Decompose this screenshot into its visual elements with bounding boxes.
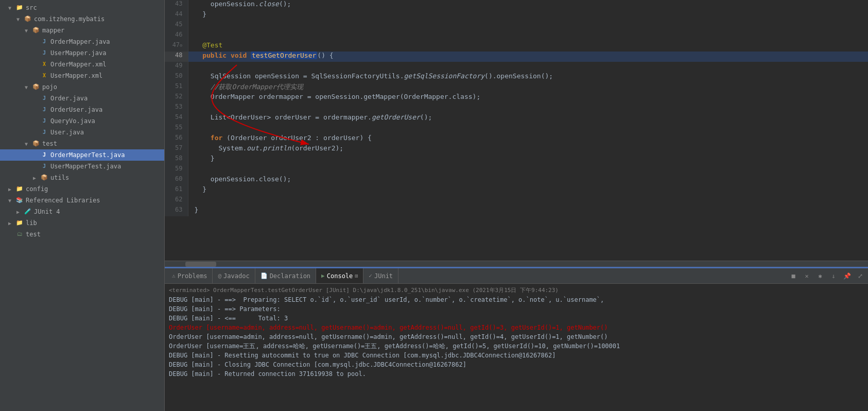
line-num-57: 57	[165, 144, 188, 155]
code-row-57: 57 System.out.println(orderUser2);	[165, 144, 868, 155]
clear-console-button[interactable]: ✱	[814, 270, 826, 282]
scroll-lock-button[interactable]: ⇓	[828, 270, 839, 282]
console-terminated-line: <terminated> OrderMapperTest.testGetOrde…	[169, 286, 864, 295]
code-line-51: //获取OrderMapper代理实现	[188, 82, 868, 93]
code-row-61: 61 }	[165, 185, 868, 196]
tree-item-test-pkg[interactable]: ▼ 📦 test	[0, 138, 164, 149]
java-icon-orderuser: J	[40, 106, 48, 114]
tree-item-user-java[interactable]: J User.java	[0, 127, 164, 138]
console-line-2: DEBUG [main] - ==> Parameters:	[169, 304, 864, 314]
tab-problems[interactable]: ⚠ Problems	[167, 268, 213, 283]
line-num-50: 50	[165, 72, 188, 82]
console-link-icon: ⊠	[355, 273, 358, 279]
tree-label-mapper: mapper	[42, 27, 64, 34]
code-row-52: 52 OrderMapper ordermapper = openSession…	[165, 93, 868, 103]
folder-icon-lib: 📁	[15, 219, 24, 227]
java-icon-usermapper: J	[40, 49, 48, 57]
tree-item-mapper[interactable]: ▼ 📦 mapper	[0, 25, 164, 36]
tree-item-reflibs[interactable]: ▼ 📚 Referenced Libraries	[0, 195, 164, 206]
tree-label-src: src	[26, 4, 37, 11]
tree-item-usermapper-java[interactable]: J UserMapper.java	[0, 47, 164, 59]
scrollbar-thumb[interactable]	[185, 262, 216, 267]
tree-item-usermapper-xml[interactable]: X UserMapper.xml	[0, 70, 164, 81]
tree-item-usermappertest-java[interactable]: J UserMapperTest.java	[0, 161, 164, 172]
tree-label-orderuser-java: OrderUser.java	[50, 106, 102, 113]
tree-item-pojo[interactable]: ▼ 📦 pojo	[0, 81, 164, 93]
code-line-54: List<OrderUser> orderUser = ordermapper.…	[188, 113, 868, 124]
tab-declaration[interactable]: 📄 Declaration	[255, 268, 316, 283]
tree-item-utils[interactable]: ▶ 📦 utils	[0, 172, 164, 183]
tree-label-ordermappertest-java: OrderMapperTest.java	[50, 151, 125, 159]
declaration-icon: 📄	[261, 272, 268, 279]
tab-label-junit: JUnit	[374, 272, 393, 280]
code-line-48: public void testGetOrderUser() {	[188, 52, 868, 62]
tree-item-queryvo-java[interactable]: J QueryVo.java	[0, 115, 164, 127]
code-row-56: 56 for (OrderUser orderUser2 : orderUser…	[165, 134, 868, 144]
code-container[interactable]: 43 openSession.close(); 44 } 45	[165, 0, 868, 261]
java-icon-order: J	[40, 94, 48, 102]
pin-button[interactable]: 📌	[841, 270, 853, 282]
pkg-icon-utils: 📦	[40, 174, 48, 182]
bottom-panel: ⚠ Problems @ Javadoc 📄 Declaration ▶ Con…	[165, 267, 868, 411]
console-output: <terminated> OrderMapperTest.testGetOrde…	[165, 284, 868, 411]
tree-item-test-root[interactable]: 🗂 test	[0, 229, 164, 240]
tree-label-user-java: User.java	[50, 129, 84, 136]
line-num-48: 48	[165, 52, 188, 62]
bottom-tab-bar: ⚠ Problems @ Javadoc 📄 Declaration ▶ Con…	[165, 268, 868, 284]
tree-item-ordermapper-java[interactable]: J OrderMapper.java	[0, 36, 164, 47]
tree-label-ordermapper-xml: OrderMapper.xml	[50, 61, 106, 68]
line-num-59: 59	[165, 165, 188, 175]
line-num-49: 49	[165, 62, 188, 72]
javadoc-icon: @	[218, 272, 221, 279]
tree-item-orderuser-java[interactable]: J OrderUser.java	[0, 104, 164, 115]
tree-label-usermappertest-java: UserMapperTest.java	[50, 163, 121, 170]
tree-item-src[interactable]: ▼ 📁 src	[0, 2, 164, 13]
code-line-53	[188, 103, 868, 113]
code-line-61: }	[188, 185, 868, 196]
line-num-45: 45	[165, 21, 188, 31]
tree-label-utils: utils	[50, 174, 69, 181]
arrow-com: ▼	[16, 16, 24, 22]
code-line-56: for (OrderUser orderUser2 : orderUser) {	[188, 134, 868, 144]
stop-button[interactable]: ■	[788, 270, 799, 282]
java-icon-ordermappertest: J	[40, 151, 48, 159]
tree-item-com[interactable]: ▼ 📦 com.itzheng.mybatis	[0, 13, 164, 25]
line-num-56: 56	[165, 134, 188, 144]
tree-item-order-java[interactable]: J Order.java	[0, 93, 164, 104]
tree-label-test-root: test	[26, 231, 41, 238]
line-num-58: 58	[165, 155, 188, 165]
pkg-icon-test: 📦	[32, 140, 40, 148]
code-line-59	[188, 165, 868, 175]
code-row-47: 47⊙ @Test	[165, 41, 868, 52]
close-console-button[interactable]: ✕	[801, 270, 812, 282]
code-row-63: 63 }	[165, 206, 868, 216]
horizontal-scrollbar[interactable]	[165, 261, 868, 267]
tab-javadoc[interactable]: @ Javadoc	[213, 268, 255, 283]
junit-tab-icon: ✓	[369, 272, 372, 279]
tree-item-ordermapper-xml[interactable]: X OrderMapper.xml	[0, 59, 164, 70]
code-line-63: }	[188, 206, 868, 216]
arrow-junit4: ▶	[16, 209, 24, 215]
maximize-panel-button[interactable]: ⤢	[855, 270, 866, 282]
code-row-43: 43 openSession.close();	[165, 0, 868, 10]
tree-item-config[interactable]: ▶ 📁 config	[0, 183, 164, 195]
code-row-45: 45	[165, 21, 868, 31]
tab-console[interactable]: ▶ Console ⊠	[316, 268, 363, 283]
code-line-55	[188, 124, 868, 134]
tab-junit[interactable]: ✓ JUnit	[363, 268, 398, 283]
tree-label-reflibs: Referenced Libraries	[26, 197, 100, 204]
arrow-pojo: ▼	[25, 84, 32, 90]
tree-item-ordermappertest-java[interactable]: J OrderMapperTest.java	[0, 149, 164, 161]
main-area: 43 openSession.close(); 44 } 45	[165, 0, 868, 411]
console-line-3: DEBUG [main] - <== Total: 3	[169, 314, 864, 323]
xml-icon-ordermapper: X	[40, 60, 48, 68]
tree-label-lib: lib	[26, 219, 37, 227]
tree-item-lib[interactable]: ▶ 📁 lib	[0, 217, 164, 229]
tree-label-pojo: pojo	[42, 83, 57, 91]
test-icon: 🗂	[15, 230, 24, 238]
code-line-50: SqlSession openSession = SqlSessionFacto…	[188, 72, 868, 82]
code-line-49	[188, 62, 868, 72]
tab-label-declaration: Declaration	[270, 272, 310, 280]
tree-item-junit4[interactable]: ▶ 🧪 JUnit 4	[0, 206, 164, 217]
tree-label-usermapper-java: UserMapper.java	[50, 49, 106, 57]
